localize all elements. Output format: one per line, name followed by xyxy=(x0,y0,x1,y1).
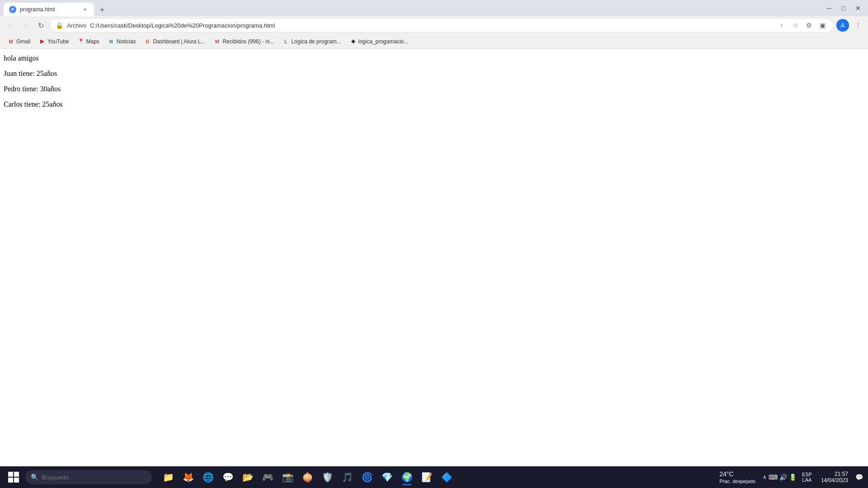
taskbar-app-camera[interactable]: 📸 xyxy=(278,468,297,486)
bookmark-favicon: N xyxy=(108,38,115,45)
clock-widget[interactable]: 21:57 14/04/2023 xyxy=(817,471,852,483)
lang-label: ESP xyxy=(802,472,812,477)
address-bar[interactable]: 🔒 Archivo C:/Users/casti/Desktop/Logica%… xyxy=(50,18,834,33)
bookmark-item[interactable]: ▶YouTube xyxy=(35,37,72,47)
reload-button[interactable]: ↻ xyxy=(34,19,47,32)
sys-tray: ∧ ⌨ 🔊 🔋 xyxy=(763,474,797,481)
taskbar-right: 24°C Prac. despejado ∧ ⌨ 🔊 🔋 ESP LAA 21:… xyxy=(716,470,863,484)
bookmark-favicon: ◆ xyxy=(349,38,357,45)
weather-widget: 24°C Prac. despejado xyxy=(716,470,759,484)
taskbar-app-folder[interactable]: 📂 xyxy=(239,468,257,486)
taskbar-app-app2[interactable]: 🌀 xyxy=(358,468,376,486)
maximize-button[interactable]: □ xyxy=(837,2,850,14)
extensions-icon[interactable]: ⚙ xyxy=(803,20,814,31)
notification-icon[interactable]: 💬 xyxy=(855,474,863,481)
bookmark-label: Gmail xyxy=(16,38,30,45)
bookmark-star-icon[interactable]: ☆ xyxy=(790,20,801,31)
nav-bar: ← → ↻ 🔒 Archivo C:/Users/casti/Desktop/L… xyxy=(0,16,868,34)
page-line: Juan tiene: 25años xyxy=(4,70,864,78)
weather-condition: Prac. despejado xyxy=(719,479,755,484)
bookmark-favicon: D xyxy=(144,38,151,45)
search-icon: 🔍 xyxy=(31,474,38,481)
taskbar-app-editor[interactable]: 📝 xyxy=(418,468,436,486)
bookmark-label: Lógica de program... xyxy=(291,38,341,45)
close-button[interactable]: ✕ xyxy=(852,2,864,14)
taskbar-app-game[interactable]: 🎮 xyxy=(259,468,277,486)
clock-time: 21:57 xyxy=(835,471,848,477)
split-view-icon[interactable]: ▣ xyxy=(817,20,828,31)
lang-sub-label: LAA xyxy=(802,477,812,483)
page-line: hola amigos xyxy=(4,54,864,62)
tab-favicon: P xyxy=(9,6,16,13)
bookmark-favicon: 📍 xyxy=(77,38,85,45)
bookmark-item[interactable]: MRecibidos (996) - ni... xyxy=(210,37,278,47)
bookmark-label: Dashboard | Alura L... xyxy=(153,38,206,45)
browser-window: P programa.html ✕ + ─ □ ✕ ← → ↻ 🔒 Archiv… xyxy=(0,0,868,488)
taskbar-app-app4[interactable]: 🔷 xyxy=(438,468,456,486)
sound-icon[interactable]: 🔊 xyxy=(779,474,787,481)
bookmark-label: YouTube xyxy=(47,38,69,45)
window-controls: ─ □ ✕ xyxy=(823,2,864,14)
menu-button[interactable]: ⋮ xyxy=(852,19,864,32)
search-input[interactable] xyxy=(42,474,146,481)
share-icon[interactable]: ↑ xyxy=(776,20,787,31)
taskbar-app-file-explorer[interactable]: 📁 xyxy=(159,468,177,486)
taskbar-search[interactable]: 🔍 xyxy=(25,470,152,484)
taskbar-app-shield[interactable]: 🛡️ xyxy=(318,468,336,486)
minimize-button[interactable]: ─ xyxy=(823,2,835,14)
bookmark-favicon: ▶ xyxy=(38,38,46,45)
page-line: Carlos tiene: 25años xyxy=(4,100,864,108)
bookmark-label: Noticias xyxy=(117,38,136,45)
taskbar: 🔍 📁🦊🌐💬📂🎮📸🧅🛡️🎵🌀💎🌍📝🔷 24°C Prac. despejado … xyxy=(0,466,868,488)
tray-up-arrow[interactable]: ∧ xyxy=(763,474,767,480)
bookmark-item[interactable]: 📍Maps xyxy=(74,37,103,47)
tab-bar: P programa.html ✕ + xyxy=(4,0,821,16)
taskbar-app-edge[interactable]: 🌐 xyxy=(199,468,217,486)
taskbar-app-app1[interactable]: 🧅 xyxy=(298,468,316,486)
bookmark-label: Recibidos (996) - ni... xyxy=(222,38,274,45)
bookmark-item[interactable]: MGmail xyxy=(4,37,34,47)
forward-button[interactable]: → xyxy=(19,19,32,32)
bookmark-item[interactable]: NNoticias xyxy=(104,37,140,47)
page-content: hola amigosJuan tiene: 25añosPedro tiene… xyxy=(0,49,868,466)
weather-temp: 24°C xyxy=(719,470,733,478)
title-bar: P programa.html ✕ + ─ □ ✕ xyxy=(0,0,868,16)
windows-icon xyxy=(8,472,19,483)
language-indicator: ESP LAA xyxy=(800,472,814,483)
active-tab[interactable]: P programa.html ✕ xyxy=(4,3,94,16)
taskbar-app-app3[interactable]: 💎 xyxy=(378,468,396,486)
url-text: C:/Users/casti/Desktop/Logica%20de%20Pro… xyxy=(90,22,773,29)
bookmark-label: logica_progamacio... xyxy=(359,38,409,45)
battery-icon: 🔋 xyxy=(789,474,797,481)
bookmark-item[interactable]: LLógica de program... xyxy=(278,37,344,47)
bookmark-favicon: M xyxy=(7,38,14,45)
lock-icon: 🔒 xyxy=(56,22,63,29)
tab-title: programa.html xyxy=(20,6,78,13)
bookmark-favicon: M xyxy=(213,38,221,45)
tab-favicon-icon: P xyxy=(11,7,14,12)
back-button[interactable]: ← xyxy=(4,19,16,32)
taskbar-app-chrome[interactable]: 🌍 xyxy=(398,468,416,486)
taskbar-apps: 📁🦊🌐💬📂🎮📸🧅🛡️🎵🌀💎🌍📝🔷 xyxy=(159,468,456,486)
profile-button[interactable]: A xyxy=(836,19,849,32)
address-bar-icons: ↑ ☆ ⚙ ▣ xyxy=(776,20,828,31)
new-tab-button[interactable]: + xyxy=(96,4,108,16)
tab-close-button[interactable]: ✕ xyxy=(81,6,89,13)
bookmarks-bar: MGmail▶YouTube📍MapsNNoticiasDDashboard |… xyxy=(0,34,868,49)
bookmark-favicon: L xyxy=(282,38,289,45)
bookmark-item[interactable]: DDashboard | Alura L... xyxy=(141,37,209,47)
taskbar-app-firefox[interactable]: 🦊 xyxy=(179,468,197,486)
page-line: Pedro tiene: 30años xyxy=(4,85,864,93)
clock-date: 14/04/2023 xyxy=(821,477,848,483)
taskbar-app-music[interactable]: 🎵 xyxy=(338,468,356,486)
protocol-label: Archivo xyxy=(67,22,86,29)
keyboard-icon: ⌨ xyxy=(769,474,778,481)
taskbar-app-teams[interactable]: 💬 xyxy=(219,468,237,486)
bookmark-item[interactable]: ◆logica_progamacio... xyxy=(346,37,412,47)
bookmark-label: Maps xyxy=(86,38,99,45)
start-button[interactable] xyxy=(5,469,22,485)
